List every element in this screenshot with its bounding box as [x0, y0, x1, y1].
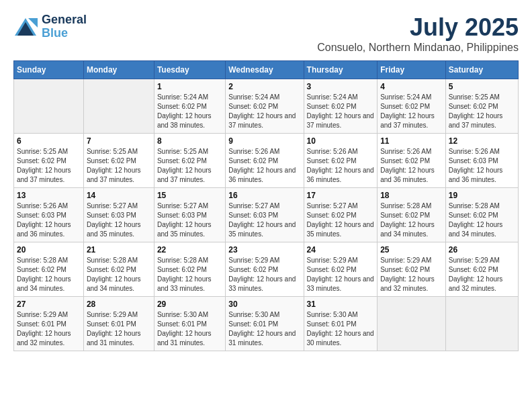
day-info: Sunrise: 5:30 AMSunset: 6:01 PMDaylight:…	[228, 310, 300, 348]
calendar-cell: 25Sunrise: 5:29 AMSunset: 6:02 PMDayligh…	[378, 242, 446, 297]
day-number: 30	[228, 300, 300, 309]
calendar-cell: 23Sunrise: 5:29 AMSunset: 6:02 PMDayligh…	[226, 242, 304, 297]
day-info: Sunrise: 5:24 AMSunset: 6:02 PMDaylight:…	[380, 93, 443, 130]
calendar-cell: 3Sunrise: 5:24 AMSunset: 6:02 PMDaylight…	[304, 79, 378, 134]
day-info: Sunrise: 5:28 AMSunset: 6:02 PMDaylight:…	[449, 201, 515, 239]
calendar-cell: 2Sunrise: 5:24 AMSunset: 6:02 PMDaylight…	[226, 79, 304, 134]
calendar-cell: 9Sunrise: 5:26 AMSunset: 6:02 PMDaylight…	[226, 134, 304, 188]
day-info: Sunrise: 5:26 AMSunset: 6:02 PMDaylight:…	[228, 147, 300, 185]
day-info: Sunrise: 5:27 AMSunset: 6:02 PMDaylight:…	[307, 201, 375, 239]
calendar-cell: 5Sunrise: 5:25 AMSunset: 6:02 PMDaylight…	[445, 79, 518, 134]
calendar-cell: 16Sunrise: 5:27 AMSunset: 6:03 PMDayligh…	[226, 188, 304, 242]
calendar-cell: 28Sunrise: 5:29 AMSunset: 6:01 PMDayligh…	[83, 297, 154, 351]
day-info: Sunrise: 5:28 AMSunset: 6:02 PMDaylight:…	[157, 256, 222, 293]
title-block: July 2025 Consuelo, Northern Mindanao, P…	[317, 13, 519, 54]
day-info: Sunrise: 5:24 AMSunset: 6:02 PMDaylight:…	[228, 93, 300, 130]
day-number: 11	[380, 136, 443, 146]
day-info: Sunrise: 5:27 AMSunset: 6:03 PMDaylight:…	[157, 201, 222, 239]
day-number: 26	[449, 245, 515, 255]
day-info: Sunrise: 5:29 AMSunset: 6:02 PMDaylight:…	[380, 256, 443, 293]
calendar-cell: 30Sunrise: 5:30 AMSunset: 6:01 PMDayligh…	[226, 297, 304, 351]
calendar-week-4: 20Sunrise: 5:28 AMSunset: 6:02 PMDayligh…	[14, 242, 519, 297]
calendar-cell: 22Sunrise: 5:28 AMSunset: 6:02 PMDayligh…	[154, 242, 225, 297]
page-title: July 2025	[317, 13, 519, 42]
page-header: General Blue July 2025 Consuelo, Norther…	[13, 13, 519, 54]
day-number: 29	[157, 300, 222, 309]
page-subtitle: Consuelo, Northern Mindanao, Philippines	[317, 42, 519, 54]
day-info: Sunrise: 5:28 AMSunset: 6:02 PMDaylight:…	[380, 201, 443, 239]
calendar-cell: 29Sunrise: 5:30 AMSunset: 6:01 PMDayligh…	[154, 297, 225, 351]
calendar-cell: 17Sunrise: 5:27 AMSunset: 6:02 PMDayligh…	[304, 188, 378, 242]
calendar-cell: 31Sunrise: 5:30 AMSunset: 6:01 PMDayligh…	[304, 297, 378, 351]
day-info: Sunrise: 5:29 AMSunset: 6:01 PMDaylight:…	[87, 310, 151, 348]
day-number: 21	[87, 245, 151, 255]
calendar-week-3: 13Sunrise: 5:26 AMSunset: 6:03 PMDayligh…	[14, 188, 519, 242]
day-number: 15	[157, 191, 222, 200]
day-number: 22	[157, 245, 222, 255]
calendar-cell: 7Sunrise: 5:25 AMSunset: 6:02 PMDaylight…	[83, 134, 154, 188]
day-number: 4	[380, 82, 443, 91]
calendar-week-1: 1Sunrise: 5:24 AMSunset: 6:02 PMDaylight…	[14, 79, 519, 134]
day-info: Sunrise: 5:26 AMSunset: 6:03 PMDaylight:…	[449, 147, 515, 185]
day-info: Sunrise: 5:25 AMSunset: 6:02 PMDaylight:…	[449, 93, 515, 130]
calendar-cell: 15Sunrise: 5:27 AMSunset: 6:03 PMDayligh…	[154, 188, 225, 242]
calendar-cell: 19Sunrise: 5:28 AMSunset: 6:02 PMDayligh…	[445, 188, 518, 242]
calendar-cell: 6Sunrise: 5:25 AMSunset: 6:02 PMDaylight…	[14, 134, 84, 188]
day-number: 9	[228, 136, 300, 146]
day-number: 31	[307, 300, 375, 309]
day-number: 3	[307, 82, 375, 91]
day-number: 7	[87, 136, 151, 146]
calendar-cell: 18Sunrise: 5:28 AMSunset: 6:02 PMDayligh…	[378, 188, 446, 242]
day-info: Sunrise: 5:30 AMSunset: 6:01 PMDaylight:…	[157, 310, 222, 348]
logo: General Blue	[13, 13, 87, 40]
day-info: Sunrise: 5:29 AMSunset: 6:02 PMDaylight:…	[228, 256, 300, 293]
weekday-header-thursday: Thursday	[304, 61, 378, 79]
day-info: Sunrise: 5:27 AMSunset: 6:03 PMDaylight:…	[87, 201, 151, 239]
calendar-cell	[14, 79, 84, 134]
day-info: Sunrise: 5:26 AMSunset: 6:02 PMDaylight:…	[380, 147, 443, 185]
day-info: Sunrise: 5:25 AMSunset: 6:02 PMDaylight:…	[87, 147, 151, 185]
calendar-cell: 4Sunrise: 5:24 AMSunset: 6:02 PMDaylight…	[378, 79, 446, 134]
day-number: 12	[449, 136, 515, 146]
logo-line2: Blue	[42, 27, 87, 40]
day-number: 28	[87, 300, 151, 309]
day-info: Sunrise: 5:25 AMSunset: 6:02 PMDaylight:…	[157, 147, 222, 185]
day-number: 24	[307, 245, 375, 255]
day-number: 2	[228, 82, 300, 91]
calendar-cell: 8Sunrise: 5:25 AMSunset: 6:02 PMDaylight…	[154, 134, 225, 188]
weekday-header-saturday: Saturday	[445, 61, 518, 79]
day-number: 19	[449, 191, 515, 200]
day-number: 18	[380, 191, 443, 200]
day-number: 20	[17, 245, 81, 255]
day-info: Sunrise: 5:30 AMSunset: 6:01 PMDaylight:…	[307, 310, 375, 348]
day-number: 17	[307, 191, 375, 200]
day-info: Sunrise: 5:28 AMSunset: 6:02 PMDaylight:…	[17, 256, 81, 293]
calendar-cell: 13Sunrise: 5:26 AMSunset: 6:03 PMDayligh…	[14, 188, 84, 242]
day-number: 23	[228, 245, 300, 255]
calendar-header-row: SundayMondayTuesdayWednesdayThursdayFrid…	[14, 61, 519, 79]
day-info: Sunrise: 5:24 AMSunset: 6:02 PMDaylight:…	[307, 93, 375, 130]
day-number: 5	[449, 82, 515, 91]
day-number: 16	[228, 191, 300, 200]
calendar-cell: 27Sunrise: 5:29 AMSunset: 6:01 PMDayligh…	[14, 297, 84, 351]
calendar-week-5: 27Sunrise: 5:29 AMSunset: 6:01 PMDayligh…	[14, 297, 519, 351]
day-info: Sunrise: 5:29 AMSunset: 6:02 PMDaylight:…	[307, 256, 375, 293]
weekday-header-sunday: Sunday	[14, 61, 84, 79]
day-info: Sunrise: 5:24 AMSunset: 6:02 PMDaylight:…	[157, 93, 222, 130]
day-number: 14	[87, 191, 151, 200]
day-number: 8	[157, 136, 222, 146]
calendar-cell: 20Sunrise: 5:28 AMSunset: 6:02 PMDayligh…	[14, 242, 84, 297]
calendar-table: SundayMondayTuesdayWednesdayThursdayFrid…	[13, 60, 519, 351]
calendar-week-2: 6Sunrise: 5:25 AMSunset: 6:02 PMDaylight…	[14, 134, 519, 188]
day-number: 6	[17, 136, 81, 146]
calendar-cell: 11Sunrise: 5:26 AMSunset: 6:02 PMDayligh…	[378, 134, 446, 188]
weekday-header-wednesday: Wednesday	[226, 61, 304, 79]
day-number: 27	[17, 300, 81, 309]
day-number: 25	[380, 245, 443, 255]
logo-line1: General	[42, 13, 87, 27]
calendar-cell: 14Sunrise: 5:27 AMSunset: 6:03 PMDayligh…	[83, 188, 154, 242]
calendar-cell	[378, 297, 446, 351]
day-info: Sunrise: 5:27 AMSunset: 6:03 PMDaylight:…	[228, 201, 300, 239]
weekday-header-tuesday: Tuesday	[154, 61, 225, 79]
calendar-cell: 24Sunrise: 5:29 AMSunset: 6:02 PMDayligh…	[304, 242, 378, 297]
